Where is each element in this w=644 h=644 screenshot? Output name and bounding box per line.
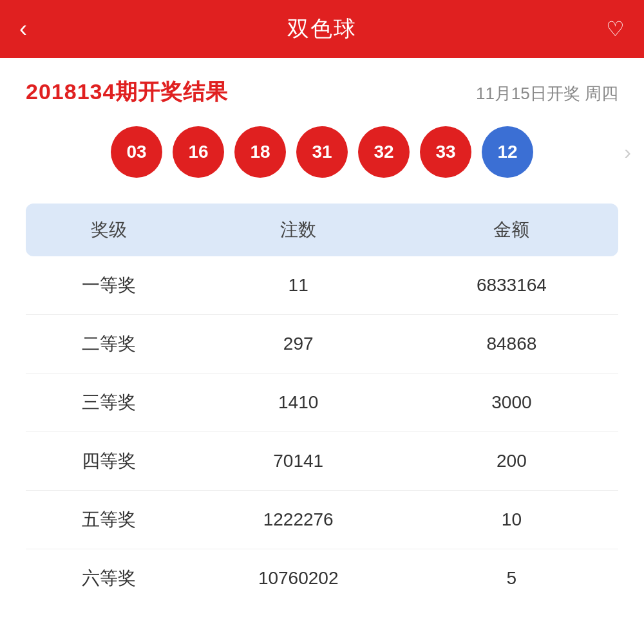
table-row: 一等奖116833164: [26, 256, 618, 315]
cell-level: 三等奖: [26, 374, 192, 432]
ball-6: 33: [420, 126, 471, 178]
prize-table: 奖级 注数 金额 一等奖116833164二等奖29784868三等奖14103…: [26, 204, 618, 607]
cell-amount: 10: [405, 491, 618, 549]
back-button[interactable]: ‹: [19, 15, 27, 43]
table-row: 二等奖29784868: [26, 315, 618, 374]
cell-count: 297: [192, 315, 405, 374]
cell-count: 10760202: [192, 549, 405, 607]
col-header-count: 注数: [192, 204, 405, 256]
ball-5: 32: [358, 126, 410, 178]
cell-count: 1410: [192, 374, 405, 432]
ball-2: 16: [173, 126, 224, 178]
col-header-level: 奖级: [26, 204, 192, 256]
period-title: 2018134期开奖结果: [26, 77, 228, 107]
cell-amount: 6833164: [405, 256, 618, 315]
cell-amount: 5: [405, 549, 618, 607]
cell-level: 六等奖: [26, 549, 192, 607]
table-row: 四等奖70141200: [26, 432, 618, 491]
cell-amount: 200: [405, 432, 618, 491]
app-header: ‹ 双色球 ♡: [0, 0, 644, 58]
ball-3: 18: [234, 126, 286, 178]
cell-amount: 3000: [405, 374, 618, 432]
table-header-row: 奖级 注数 金额: [26, 204, 618, 256]
page-title: 双色球: [287, 14, 357, 44]
cell-level: 一等奖: [26, 256, 192, 315]
col-header-amount: 金额: [405, 204, 618, 256]
chevron-right-icon[interactable]: ›: [624, 140, 631, 164]
table-row: 五等奖122227610: [26, 491, 618, 549]
favorite-button[interactable]: ♡: [606, 17, 625, 41]
cell-count: 1222276: [192, 491, 405, 549]
cell-count: 11: [192, 256, 405, 315]
table-row: 三等奖14103000: [26, 374, 618, 432]
cell-level: 五等奖: [26, 491, 192, 549]
cell-count: 70141: [192, 432, 405, 491]
period-date: 11月15日开奖 周四: [476, 82, 618, 105]
cell-level: 二等奖: [26, 315, 192, 374]
main-content: 2018134期开奖结果 11月15日开奖 周四 03 16 18 31 32 …: [0, 58, 644, 627]
period-row: 2018134期开奖结果 11月15日开奖 周四: [26, 77, 618, 107]
ball-1: 03: [111, 126, 162, 178]
ball-4: 31: [296, 126, 348, 178]
table-row: 六等奖107602025: [26, 549, 618, 607]
cell-level: 四等奖: [26, 432, 192, 491]
balls-row: 03 16 18 31 32 33 12 ›: [26, 126, 618, 178]
ball-blue: 12: [482, 126, 533, 178]
cell-amount: 84868: [405, 315, 618, 374]
